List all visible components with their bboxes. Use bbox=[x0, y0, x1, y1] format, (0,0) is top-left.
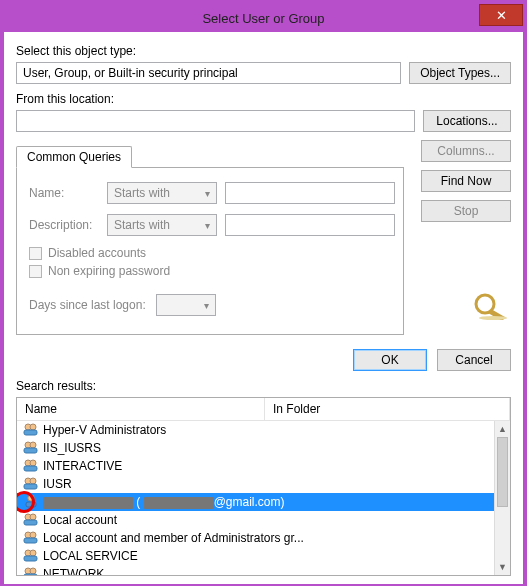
column-folder[interactable]: In Folder bbox=[265, 398, 510, 420]
list-item[interactable]: INTERACTIVE bbox=[17, 457, 510, 475]
vertical-scrollbar[interactable]: ▲ ▼ bbox=[494, 421, 510, 575]
group-icon bbox=[23, 530, 39, 547]
object-type-label: Select this object type: bbox=[16, 44, 511, 58]
scroll-up-button[interactable]: ▲ bbox=[495, 421, 510, 437]
svg-point-4 bbox=[30, 424, 36, 430]
tab-common-queries[interactable]: Common Queries bbox=[16, 146, 132, 168]
list-item[interactable]: Local account and member of Administrato… bbox=[17, 529, 510, 547]
name-label: Name: bbox=[29, 186, 99, 200]
svg-rect-28 bbox=[24, 574, 37, 576]
list-item-label: NETWORK bbox=[43, 567, 104, 575]
name-match-select[interactable]: Starts with▾ bbox=[107, 182, 217, 204]
list-item-label: Local account bbox=[43, 513, 117, 527]
list-item-label: Local account and member of Administrato… bbox=[43, 531, 304, 545]
svg-point-7 bbox=[30, 442, 36, 448]
description-filter-input[interactable] bbox=[225, 214, 395, 236]
common-queries-panel: Name: Starts with▾ Description: Starts w… bbox=[16, 167, 404, 335]
name-filter-input[interactable] bbox=[225, 182, 395, 204]
find-now-button[interactable]: Find Now bbox=[421, 170, 511, 192]
list-item[interactable]: Local account bbox=[17, 511, 510, 529]
close-button[interactable]: ✕ bbox=[479, 4, 523, 26]
list-item-label: Hyper-V Administrators bbox=[43, 423, 166, 437]
list-item-label: IUSR bbox=[43, 477, 72, 491]
description-label: Description: bbox=[29, 218, 99, 232]
checkbox-icon bbox=[29, 265, 42, 278]
cancel-button[interactable]: Cancel bbox=[437, 349, 511, 371]
group-icon bbox=[23, 566, 39, 576]
results-listview[interactable]: Name In Folder Hyper-V AdministratorsIIS… bbox=[16, 397, 511, 576]
svg-rect-19 bbox=[24, 520, 37, 525]
svg-point-10 bbox=[30, 460, 36, 466]
group-icon bbox=[23, 422, 39, 439]
non-expiring-password-checkbox[interactable]: Non expiring password bbox=[29, 264, 391, 278]
list-item[interactable]: IUSR bbox=[17, 475, 510, 493]
days-since-logon-label: Days since last logon: bbox=[29, 298, 146, 312]
svg-point-15 bbox=[28, 494, 34, 500]
columns-button[interactable]: Columns... bbox=[421, 140, 511, 162]
object-types-button[interactable]: Object Types... bbox=[409, 62, 511, 84]
group-icon bbox=[23, 440, 39, 457]
group-icon bbox=[23, 548, 39, 565]
list-item[interactable]: IIS_IUSRS bbox=[17, 439, 510, 457]
listview-header[interactable]: Name In Folder bbox=[17, 398, 510, 421]
chevron-down-icon: ▾ bbox=[204, 300, 215, 311]
disabled-accounts-checkbox[interactable]: Disabled accounts bbox=[29, 246, 391, 260]
search-results-label: Search results: bbox=[16, 379, 511, 393]
svg-point-27 bbox=[30, 568, 36, 574]
svg-point-2 bbox=[479, 316, 507, 320]
chevron-down-icon: ▾ bbox=[205, 220, 216, 231]
list-item[interactable]: LOCAL SERVICE bbox=[17, 547, 510, 565]
window-title: Select User or Group bbox=[4, 11, 523, 26]
magnifier-icon bbox=[471, 290, 511, 320]
object-type-input[interactable] bbox=[16, 62, 401, 84]
group-icon bbox=[23, 458, 39, 475]
checkbox-icon bbox=[29, 247, 42, 260]
user-icon bbox=[23, 494, 39, 511]
column-name[interactable]: Name bbox=[17, 398, 265, 420]
location-label: From this location: bbox=[16, 92, 511, 106]
svg-point-13 bbox=[30, 478, 36, 484]
svg-rect-16 bbox=[26, 502, 36, 507]
scroll-down-button[interactable]: ▼ bbox=[495, 559, 510, 575]
list-item-label: IIS_IUSRS bbox=[43, 441, 101, 455]
location-input[interactable] bbox=[16, 110, 415, 132]
svg-rect-25 bbox=[24, 556, 37, 561]
list-item[interactable]: ( @gmail.com) bbox=[17, 493, 510, 511]
svg-point-21 bbox=[30, 532, 36, 538]
list-item[interactable]: NETWORK bbox=[17, 565, 510, 575]
titlebar: Select User or Group ✕ bbox=[4, 4, 523, 32]
list-item-label: LOCAL SERVICE bbox=[43, 549, 138, 563]
days-since-logon-select[interactable]: ▾ bbox=[156, 294, 216, 316]
stop-button[interactable]: Stop bbox=[421, 200, 511, 222]
list-item-label: INTERACTIVE bbox=[43, 459, 122, 473]
svg-rect-8 bbox=[24, 448, 37, 453]
ok-button[interactable]: OK bbox=[353, 349, 427, 371]
svg-rect-22 bbox=[24, 538, 37, 543]
scrollbar-thumb[interactable] bbox=[497, 437, 508, 507]
svg-point-24 bbox=[30, 550, 36, 556]
group-icon bbox=[23, 512, 39, 529]
svg-rect-14 bbox=[24, 484, 37, 489]
svg-rect-11 bbox=[24, 466, 37, 471]
chevron-down-icon: ▾ bbox=[205, 188, 216, 199]
description-match-select[interactable]: Starts with▾ bbox=[107, 214, 217, 236]
group-icon bbox=[23, 476, 39, 493]
list-item-label: ( @gmail.com) bbox=[43, 495, 285, 509]
locations-button[interactable]: Locations... bbox=[423, 110, 511, 132]
list-item[interactable]: Hyper-V Administrators bbox=[17, 421, 510, 439]
svg-point-18 bbox=[30, 514, 36, 520]
svg-rect-5 bbox=[24, 430, 37, 435]
